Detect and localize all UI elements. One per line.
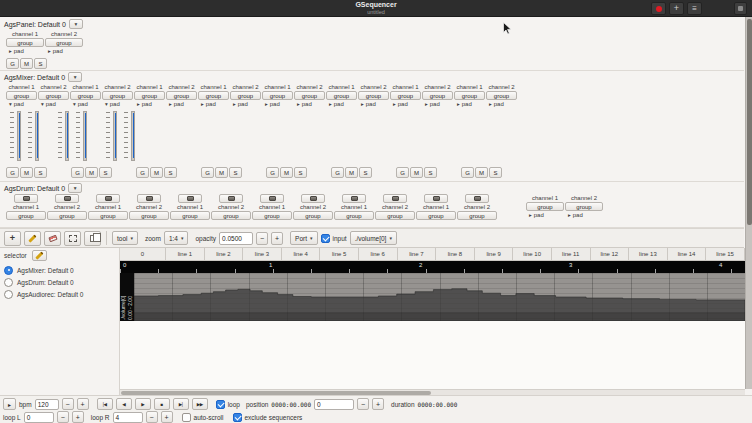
pattern-edit-button[interactable] bbox=[301, 194, 325, 203]
pad-expander[interactable]: ▾ pad bbox=[102, 100, 133, 108]
solo-toggle-button[interactable]: S bbox=[489, 167, 502, 178]
position-input[interactable]: 0 bbox=[314, 399, 354, 410]
group-button[interactable]: group bbox=[88, 211, 128, 220]
solo-toggle-button[interactable]: S bbox=[34, 58, 47, 69]
rewind-button[interactable]: |◀ bbox=[97, 398, 113, 410]
loop-left-input[interactable]: 0 bbox=[24, 412, 54, 423]
clear-button[interactable] bbox=[44, 231, 61, 246]
solo-toggle-button[interactable]: S bbox=[34, 167, 47, 178]
position-decrement-button[interactable]: − bbox=[357, 398, 369, 410]
mute-toggle-button[interactable]: M bbox=[20, 58, 33, 69]
solo-toggle-button[interactable]: S bbox=[99, 167, 112, 178]
zoom-dropdown[interactable]: 1:4 bbox=[164, 231, 189, 245]
pattern-edit-button[interactable] bbox=[96, 194, 120, 203]
exclude-sequencers-checkbox[interactable] bbox=[233, 413, 242, 422]
group-button[interactable]: group bbox=[262, 91, 293, 100]
automation-canvas[interactable] bbox=[134, 273, 745, 321]
opacity-input[interactable]: 0.0500 bbox=[219, 232, 253, 245]
volume-fader[interactable] bbox=[58, 110, 71, 162]
loop-right-input[interactable]: 4 bbox=[113, 412, 143, 423]
pad-expander[interactable]: ▾ pad bbox=[38, 100, 69, 108]
mute-toggle-button[interactable]: M bbox=[410, 167, 423, 178]
group-button[interactable]: group bbox=[102, 91, 133, 100]
pad-expander[interactable]: ▸ pad bbox=[230, 100, 261, 108]
pattern-edit-button[interactable] bbox=[260, 194, 284, 203]
next-button[interactable]: ▶| bbox=[173, 398, 189, 410]
pattern-edit-button[interactable] bbox=[219, 194, 243, 203]
auto-scroll-checkbox[interactable] bbox=[182, 413, 191, 422]
group-button[interactable]: group bbox=[526, 202, 564, 211]
bpm-input[interactable]: 120 bbox=[35, 399, 59, 410]
group-toggle-button[interactable]: G bbox=[461, 167, 474, 178]
group-button[interactable]: group bbox=[486, 91, 517, 100]
pattern-edit-button[interactable] bbox=[137, 194, 161, 203]
group-toggle-button[interactable]: G bbox=[6, 58, 19, 69]
group-button[interactable]: group bbox=[252, 211, 292, 220]
group-button[interactable]: group bbox=[6, 38, 44, 47]
group-button[interactable]: group bbox=[70, 91, 101, 100]
window-control-button[interactable] bbox=[734, 2, 747, 15]
mute-toggle-button[interactable]: M bbox=[20, 167, 33, 178]
volume-fader[interactable] bbox=[10, 110, 23, 162]
group-button[interactable]: group bbox=[416, 211, 456, 220]
group-button[interactable]: group bbox=[294, 91, 325, 100]
tool-dropdown[interactable]: tool bbox=[112, 231, 138, 245]
selector-item-mixer[interactable]: AgsMixer: Default 0 bbox=[4, 264, 117, 276]
group-button[interactable]: group bbox=[390, 91, 421, 100]
bpm-increment-button[interactable]: + bbox=[77, 398, 89, 410]
mute-toggle-button[interactable]: M bbox=[475, 167, 488, 178]
volume-fader[interactable] bbox=[106, 110, 119, 162]
input-checkbox[interactable] bbox=[321, 234, 330, 243]
group-toggle-button[interactable]: G bbox=[201, 167, 214, 178]
group-button[interactable]: group bbox=[358, 91, 389, 100]
pad-expander[interactable]: ▾ pad bbox=[70, 100, 101, 108]
stop-button[interactable]: ■ bbox=[154, 398, 170, 410]
group-button[interactable]: group bbox=[422, 91, 453, 100]
group-button[interactable]: group bbox=[334, 211, 374, 220]
pattern-edit-button[interactable] bbox=[424, 194, 448, 203]
input-port-dropdown[interactable]: ./volume[0] bbox=[350, 231, 397, 245]
group-button[interactable]: group bbox=[230, 91, 261, 100]
mute-toggle-button[interactable]: M bbox=[215, 167, 228, 178]
solo-toggle-button[interactable]: S bbox=[424, 167, 437, 178]
group-button[interactable]: group bbox=[166, 91, 197, 100]
loop-right-increment-button[interactable]: + bbox=[161, 411, 173, 423]
pad-expander[interactable]: ▸ pad bbox=[565, 211, 603, 219]
navigation-expander-button[interactable]: ▸ bbox=[3, 398, 16, 410]
group-button[interactable]: group bbox=[170, 211, 210, 220]
group-button[interactable]: group bbox=[6, 91, 37, 100]
group-toggle-button[interactable]: G bbox=[331, 167, 344, 178]
pattern-edit-button[interactable] bbox=[178, 194, 202, 203]
pad-expander[interactable]: ▾ pad bbox=[6, 100, 37, 108]
record-button[interactable] bbox=[651, 2, 666, 15]
pad-expander[interactable]: ▸ pad bbox=[422, 100, 453, 108]
forward-button[interactable]: ▶▶ bbox=[192, 398, 208, 410]
group-button[interactable]: group bbox=[454, 91, 485, 100]
solo-toggle-button[interactable]: S bbox=[164, 167, 177, 178]
group-toggle-button[interactable]: G bbox=[396, 167, 409, 178]
vertical-scrollbar[interactable] bbox=[745, 17, 752, 389]
group-button[interactable]: group bbox=[293, 211, 333, 220]
scrollbar-handle[interactable] bbox=[747, 19, 752, 225]
mute-toggle-button[interactable]: M bbox=[280, 167, 293, 178]
position-button[interactable] bbox=[4, 231, 21, 246]
position-increment-button[interactable]: + bbox=[372, 398, 384, 410]
pad-expander[interactable]: ▸ pad bbox=[326, 100, 357, 108]
mute-toggle-button[interactable]: M bbox=[85, 167, 98, 178]
group-button[interactable]: group bbox=[6, 211, 46, 220]
add-machine-button[interactable] bbox=[669, 2, 684, 15]
pad-expander[interactable]: ▸ pad bbox=[486, 100, 517, 108]
selector-item-audiorec[interactable]: AgsAudiorec: Default 0 bbox=[4, 288, 117, 300]
select-button[interactable] bbox=[64, 231, 81, 246]
bpm-decrement-button[interactable]: − bbox=[62, 398, 74, 410]
edit-button[interactable] bbox=[24, 231, 41, 246]
group-button[interactable]: group bbox=[326, 91, 357, 100]
pad-expander[interactable]: ▸ pad bbox=[198, 100, 229, 108]
pattern-edit-button[interactable] bbox=[465, 194, 489, 203]
pad-expander[interactable]: ▸ pad bbox=[45, 47, 83, 55]
pad-expander[interactable]: ▸ pad bbox=[358, 100, 389, 108]
mute-toggle-button[interactable]: M bbox=[345, 167, 358, 178]
group-button[interactable]: group bbox=[47, 211, 87, 220]
pad-expander[interactable]: ▸ pad bbox=[262, 100, 293, 108]
pad-expander[interactable]: ▸ pad bbox=[294, 100, 325, 108]
